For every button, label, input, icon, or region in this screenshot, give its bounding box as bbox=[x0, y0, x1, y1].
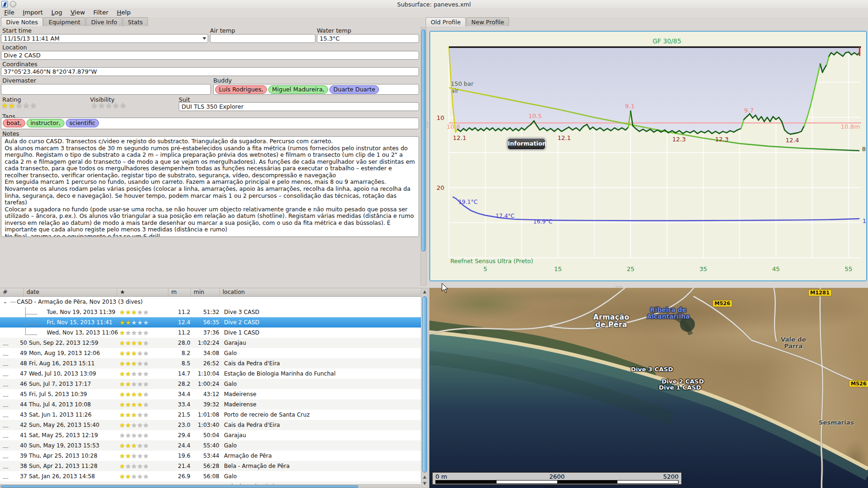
dive-row[interactable]: Tue, Nov 19, 2013 11:39★★★★★11.251:32Div… bbox=[0, 307, 421, 317]
svg-text:10.8m: 10.8m bbox=[840, 123, 860, 130]
dive-row[interactable]: 37Sat, Jan 26, 2013 14:58★★★★★26.956:08G… bbox=[0, 471, 421, 481]
buddy-chip[interactable]: Luís Rodrigues, bbox=[215, 85, 267, 94]
cell-location: Garajau bbox=[219, 432, 421, 439]
menu-filter[interactable]: Filter bbox=[89, 8, 112, 17]
dive-row[interactable]: 47Wed, Jul 10, 2013 13:09★★★★★14.71:10:0… bbox=[0, 369, 421, 379]
menu-help[interactable]: Help bbox=[112, 8, 135, 17]
menu-view[interactable]: View bbox=[66, 8, 89, 17]
suit-field[interactable] bbox=[179, 102, 419, 111]
star-icon: ★ bbox=[126, 473, 132, 480]
star-icon: ★ bbox=[8, 101, 15, 110]
buddy-field[interactable]: Luís Rodrigues,Miguel Madureira,Duarte D… bbox=[213, 84, 419, 95]
svg-text:25: 25 bbox=[627, 265, 635, 272]
dive-row[interactable]: 39Thu, Apr 25, 2013 10:28★★★★★19.653:44A… bbox=[0, 451, 421, 461]
tab-old-profile[interactable]: Old Profile bbox=[426, 17, 466, 27]
menu-log[interactable]: Log bbox=[47, 8, 66, 17]
cell-duration: 34:08 bbox=[190, 350, 219, 356]
tab-dive-info[interactable]: Dive Info bbox=[86, 17, 122, 26]
column-header-2[interactable]: ★ bbox=[117, 288, 168, 296]
menu-bar: FileImportLogViewFilterHelp bbox=[0, 8, 868, 17]
cell-rating: ★★★★★ bbox=[117, 370, 168, 377]
start-time-combo[interactable] bbox=[1, 34, 208, 43]
buddy-chip[interactable]: Miguel Madureira, bbox=[268, 85, 328, 94]
dive-row[interactable]: 42Sun, May 26, 2013 15:40★★★★★23.01:03:4… bbox=[0, 420, 421, 430]
dive-group-row[interactable]: ⌄CASD - Armação de Pêra, Nov 2013 (3 div… bbox=[0, 297, 421, 307]
tree-line bbox=[3, 345, 8, 345]
dive-list-hscrollbar[interactable] bbox=[0, 484, 420, 488]
cell-rating: ★★★★★ bbox=[117, 340, 168, 347]
menu-file[interactable]: File bbox=[0, 8, 19, 17]
star-icon: ★ bbox=[143, 381, 149, 388]
location-field[interactable] bbox=[1, 51, 419, 60]
tab-new-profile[interactable]: New Profile bbox=[466, 17, 509, 26]
column-header-3[interactable]: m bbox=[168, 288, 190, 296]
scroll-down-icon[interactable]: ▼ bbox=[421, 481, 428, 486]
dive-row[interactable]: 44Thu, Jul 4, 2013 10:08★★★★★33.439:32Ma… bbox=[0, 399, 421, 410]
dive-row[interactable]: 45Fri, Jul 5, 2013 10:39★★★★★34.443:12Ma… bbox=[0, 389, 421, 399]
dive-row[interactable]: Wed, Nov 13, 2013 11:06★★★★★11.237:36Div… bbox=[0, 328, 421, 338]
notes-scrollbar[interactable] bbox=[420, 27, 427, 286]
cell-rating: ★★★★★ bbox=[117, 411, 168, 418]
tab-stats[interactable]: Stats bbox=[123, 17, 148, 26]
tag-chip[interactable]: instructor, bbox=[27, 119, 64, 127]
map-view[interactable]: Armação de PêraRibeira de AlcantarilhaDi… bbox=[429, 288, 868, 488]
cell-duration: 1:03:40 bbox=[190, 422, 219, 428]
cell-rating: ★★★★★ bbox=[117, 329, 168, 336]
svg-text:12.3: 12.3 bbox=[672, 136, 686, 143]
svg-text:GF 30/85: GF 30/85 bbox=[652, 37, 681, 45]
svg-text:12.4: 12.4 bbox=[785, 137, 799, 144]
title-bar[interactable]: Subsurface: paneves.xml bbox=[0, 0, 868, 8]
tab-equipment[interactable]: Equipment bbox=[43, 17, 85, 26]
pane-splitter-grip[interactable] bbox=[427, 120, 428, 129]
chevron-down-icon[interactable] bbox=[203, 37, 206, 40]
dive-row[interactable]: 49Mon, Aug 19, 2013 12:06★★★★★8.234:08Ga… bbox=[0, 348, 421, 358]
cell-date: Mon, Aug 19, 2013 12:06 bbox=[27, 350, 117, 356]
star-icon: ★ bbox=[131, 350, 137, 357]
dive-row[interactable]: 41Sat, May 25, 2013 12:19★★★★★29.450:04G… bbox=[0, 430, 421, 440]
scroll-up-icon[interactable]: ▲ bbox=[421, 474, 428, 479]
tag-chip[interactable]: boat, bbox=[3, 119, 25, 127]
star-icon: ★ bbox=[131, 473, 137, 480]
dive-list-hscrollbar-handle[interactable] bbox=[1, 485, 358, 488]
column-header-0[interactable]: # bbox=[0, 288, 23, 296]
column-header-1[interactable]: date bbox=[23, 288, 117, 296]
dive-row[interactable]: 50Sun, Sep 22, 2013 12:59★★★★★28.01:02:2… bbox=[0, 338, 421, 348]
star-icon: ★ bbox=[143, 309, 149, 316]
dive-row[interactable]: 46Sun, Jul 7, 2013 17:17★★★★★28.21:00:24… bbox=[0, 379, 421, 389]
collapse-arrow-icon[interactable]: ⌄ bbox=[3, 299, 7, 304]
information-tooltip[interactable]: Information bbox=[507, 138, 546, 150]
notes-scrollbar-handle[interactable] bbox=[421, 29, 426, 251]
menu-import[interactable]: Import bbox=[19, 8, 47, 17]
buddy-chip[interactable]: Duarte Duarte bbox=[329, 85, 379, 94]
star-icon: ★ bbox=[126, 319, 132, 326]
coordinates-field[interactable] bbox=[1, 67, 419, 76]
dive-row[interactable]: 38Sun, Apr 21, 2013 11:28★★★★★21.456:28B… bbox=[0, 461, 421, 471]
tab-dive-notes[interactable]: Dive Notes bbox=[1, 17, 43, 27]
cell-dive-number: 37 bbox=[0, 473, 27, 480]
dive-row[interactable]: 48Fri, Aug 16, 2013 15:11★★★★★8.526:52Ca… bbox=[0, 358, 421, 369]
scroll-up-icon[interactable]: ▲ bbox=[421, 289, 428, 294]
group-label: CASD - Armação de Pêra, Nov 2013 (3 dive… bbox=[17, 299, 143, 305]
water-temp-field[interactable] bbox=[317, 34, 419, 43]
cell-date: Fri, Nov 15, 2013 11:41 bbox=[27, 319, 117, 326]
rating-stars[interactable]: ★★★★★ bbox=[1, 101, 37, 110]
tags-field[interactable]: boat,instructor,scientific bbox=[1, 118, 419, 129]
divemaster-field[interactable] bbox=[1, 84, 211, 95]
road-badge-m526: M526 bbox=[713, 300, 732, 307]
dive-list-scrollbar-handle[interactable] bbox=[422, 296, 427, 473]
dive-list-header: #date★mminlocation bbox=[0, 288, 421, 297]
star-icon: ★ bbox=[137, 391, 143, 398]
notes-field[interactable]: Aula do curso CASD. Transectos c/video e… bbox=[1, 136, 419, 237]
column-header-5[interactable]: location bbox=[219, 288, 420, 296]
column-header-4[interactable]: min bbox=[190, 288, 219, 296]
dive-row[interactable]: Fri, Nov 15, 2013 11:41★★★★★12.456:35Div… bbox=[0, 317, 421, 328]
visibility-stars[interactable]: ★★★★★ bbox=[91, 101, 127, 110]
cell-duration: 56:28 bbox=[190, 463, 219, 469]
cell-location: Madeirense bbox=[219, 391, 421, 397]
dive-row[interactable]: 43Sat, Jun 1, 2013 11:26★★★★★21.51:01:08… bbox=[0, 410, 421, 420]
dive-list-scrollbar[interactable]: ▲ ▲ ▼ bbox=[421, 288, 428, 488]
air-temp-field[interactable] bbox=[210, 34, 315, 43]
tag-chip[interactable]: scientific bbox=[66, 119, 99, 127]
dive-row[interactable]: 40Sun, May 19, 2013 15:53★★★★★24.455:40G… bbox=[0, 440, 421, 451]
cell-location: Bela - Armação de Pêra bbox=[219, 463, 421, 469]
